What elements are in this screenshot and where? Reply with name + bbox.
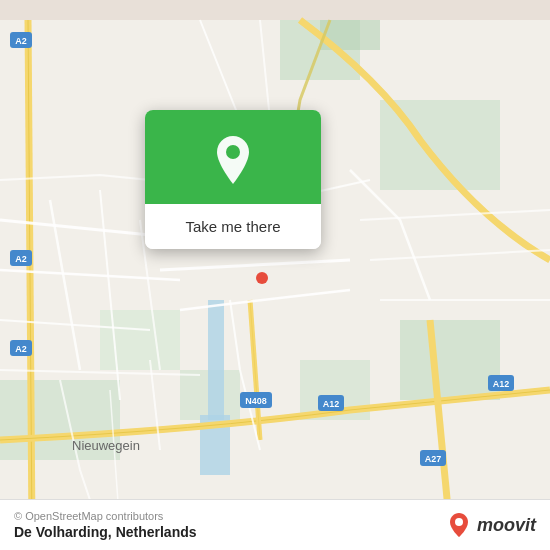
map-container: A2 A2 A2 A12 A12 N408 A27 Nieuwegein [0,0,550,550]
bottom-bar: © OpenStreetMap contributors De Volhardi… [0,499,550,550]
svg-point-28 [455,518,463,526]
popup-card: Take me there [145,110,321,249]
moovit-logo: moovit [445,511,536,539]
svg-text:A2: A2 [15,36,27,46]
copyright-text: © OpenStreetMap contributors [14,510,197,522]
moovit-text: moovit [477,515,536,536]
location-pin-icon [211,134,255,186]
svg-rect-9 [208,300,224,420]
svg-rect-3 [400,320,500,400]
popup-green-area [145,110,321,204]
svg-text:A12: A12 [323,399,340,409]
moovit-pin-icon [445,511,473,539]
svg-text:A2: A2 [15,344,27,354]
svg-text:A2: A2 [15,254,27,264]
svg-point-26 [256,272,268,284]
svg-text:Nieuwegein: Nieuwegein [72,438,140,453]
bottom-left: © OpenStreetMap contributors De Volhardi… [14,510,197,540]
svg-text:A27: A27 [425,454,442,464]
svg-point-27 [226,145,240,159]
take-me-there-button[interactable]: Take me there [145,204,321,249]
location-name: De Volharding, Netherlands [14,524,197,540]
svg-text:N408: N408 [245,396,267,406]
svg-text:A12: A12 [493,379,510,389]
map-svg: A2 A2 A2 A12 A12 N408 A27 Nieuwegein [0,0,550,550]
